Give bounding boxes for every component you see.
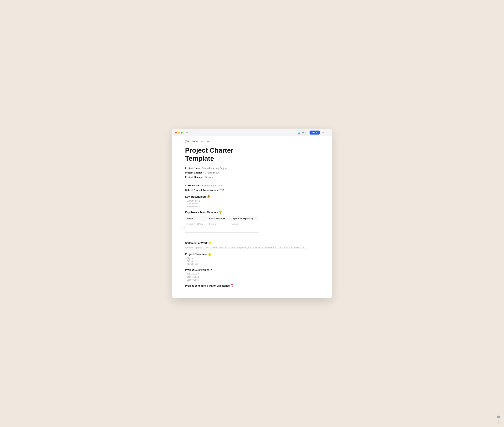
objectives-section: Project Objectives 💪 -Objective 1 -Objec…: [185, 253, 319, 265]
nav-buttons: ‹ ›: [190, 131, 195, 134]
team-table-wrapper: ≡ ↔ Name Internal/External Department/Sp…: [185, 216, 319, 238]
stakeholders-title: Key Stakeholders 🙋: [185, 195, 319, 198]
schedule-section: Project Schedule & Major Milestones 📅: [185, 284, 319, 287]
document-topbar: 💬 Comments 👁 2 ↺: [185, 140, 319, 143]
current-date-line: Current Date: December 1st, 2020: [185, 184, 319, 188]
project-sponsor-line: Project Sponsor: Charlie Brown: [185, 171, 319, 175]
objective-3: -Objective 3: [185, 263, 319, 265]
team-members-title: Key Project Team Members 🏆: [185, 211, 319, 214]
deliverables-section: Project Deliverables ✓ -Deliverable 1 -D…: [185, 268, 319, 281]
stakeholder-3: -Stakeholder 3: [185, 205, 319, 208]
auth-date-line: Date of Project Authorization: TBD: [185, 188, 319, 192]
table-cell-1-1[interactable]: [207, 227, 230, 233]
table-cell-2-1[interactable]: [207, 233, 230, 238]
content-area: 💬 Comments 👁 2 ↺ Project Charter Templat…: [172, 136, 332, 298]
back-button[interactable]: ‹: [190, 131, 192, 134]
team-members-section: Key Project Team Members 🏆 ≡ ↔ Name Inte…: [185, 211, 319, 238]
page-title: Project Charter Template: [185, 146, 319, 162]
schedule-title: Project Schedule & Major Milestones 📅: [185, 284, 319, 287]
refresh-button[interactable]: ↺: [207, 140, 209, 143]
auth-date-value: TBD: [219, 189, 224, 191]
table-handle-icon: ≡ ↔: [181, 226, 185, 228]
table-cell-0-2[interactable]: Sports: [230, 221, 258, 227]
comment-icon: 💬: [185, 140, 188, 143]
comments-label: Comments: [188, 140, 198, 143]
table-cell-2-0[interactable]: [185, 233, 207, 238]
col-name: Name: [185, 216, 207, 221]
menu-icon[interactable]: ⇒: [186, 131, 188, 134]
minimize-button[interactable]: [178, 132, 180, 134]
date-meta: Current Date: December 1st, 2020 Date of…: [185, 184, 319, 192]
table-cell-1-0[interactable]: [185, 227, 207, 233]
col-internal-external: Internal/External: [207, 216, 230, 221]
maximize-button[interactable]: [181, 132, 183, 134]
objective-2: -Objective 2: [185, 260, 319, 262]
statement-text: Provide a specific, concise overview of …: [185, 246, 319, 249]
project-manager-value[interactable]: Snoopy: [205, 176, 213, 178]
traffic-lights: [175, 132, 183, 134]
table-row: [185, 233, 258, 238]
stakeholder-2: -Stakeholder 2: [185, 202, 319, 205]
views-indicator: 👁 2: [201, 140, 205, 143]
table-cell-2-2[interactable]: [230, 233, 258, 238]
deliverable-2: -Deliverable 2: [185, 276, 319, 278]
deliverable-3: -Deliverable 3: [185, 279, 319, 281]
comments-button[interactable]: 💬 Comments: [185, 140, 198, 143]
col-department: Department/Speciality: [230, 216, 258, 221]
star-button[interactable]: ☆: [321, 131, 325, 135]
team-members-table: Name Internal/External Department/Specia…: [185, 216, 258, 238]
refresh-icon: ↺: [207, 140, 209, 143]
current-date-value[interactable]: December 1st, 2020: [201, 184, 223, 187]
titlebar: ⇒ ‹ › 🌐 Public Share ☆ ···: [172, 129, 332, 136]
public-button[interactable]: 🌐 Public: [296, 131, 308, 135]
project-manager-line: Project Manager: Snoopy: [185, 175, 319, 179]
table-row: Peppermint PattyInternalSports: [185, 221, 258, 227]
more-button[interactable]: ···: [326, 131, 329, 134]
project-name-value[interactable]: Groundbreaking Project: [202, 167, 227, 169]
table-cell-1-2[interactable]: [230, 227, 258, 233]
forward-button[interactable]: ›: [193, 131, 195, 134]
project-meta: Project Name: Groundbreaking Project Pro…: [185, 166, 319, 179]
share-button[interactable]: Share: [310, 131, 320, 135]
views-count: 2: [203, 140, 205, 143]
table-cell-0-0[interactable]: Peppermint Patty: [185, 221, 207, 227]
app-window: ⇒ ‹ › 🌐 Public Share ☆ ··· 💬 Comments 👁: [172, 129, 332, 298]
table-handle[interactable]: ≡ ↔: [181, 226, 185, 228]
statement-title: Statement of Work 💡: [185, 242, 319, 244]
close-button[interactable]: [175, 132, 177, 134]
eye-icon: 👁: [201, 140, 203, 143]
public-label: Public: [301, 131, 306, 134]
sidebar-toggle-icon[interactable]: ⇒: [186, 131, 188, 134]
deliverables-title: Project Deliverables ✓: [185, 268, 319, 272]
objective-1: -Objective 1: [185, 257, 319, 259]
titlebar-right: 🌐 Public Share ☆ ···: [296, 131, 329, 135]
table-row: [185, 227, 258, 233]
objectives-title: Project Objectives 💪: [185, 253, 319, 256]
globe-icon: 🌐: [298, 131, 300, 134]
statement-section: Statement of Work 💡 Provide a specific, …: [185, 242, 319, 249]
deliverable-1: -Deliverable 1: [185, 273, 319, 275]
stakeholders-section: Key Stakeholders 🙋 -Stakeholder 1 -Stake…: [185, 195, 319, 208]
table-cell-0-1[interactable]: Internal: [207, 221, 230, 227]
project-sponsor-value[interactable]: Charlie Brown: [205, 171, 220, 174]
stakeholder-1: -Stakeholder 1: [185, 199, 319, 202]
project-name-line: Project Name: Groundbreaking Project: [185, 166, 319, 170]
